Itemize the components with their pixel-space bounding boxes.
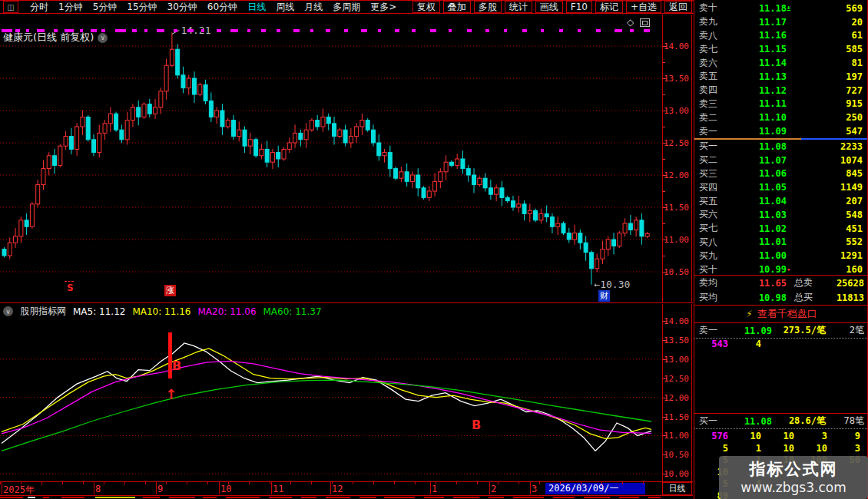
toolbar-period-2[interactable]: 1分钟 [58, 1, 83, 13]
toolbar-button-4[interactable]: 统计 [505, 1, 532, 13]
average-row-1: 卖均11.65总卖25628 [694, 276, 868, 290]
ob-volume: 569 [796, 3, 863, 14]
tick-value: 10 [795, 443, 827, 454]
qiandang-label: 查看千档盘口 [757, 307, 817, 321]
toolbar-period-4[interactable]: 15分钟 [127, 1, 157, 13]
indicator-chart[interactable]: B↑B [0, 319, 662, 482]
sell-level-6[interactable]: 卖六11.1481 [694, 56, 867, 70]
ma-line-ma10 [2, 349, 651, 439]
toolbar-button-8[interactable]: +自选 [626, 1, 661, 13]
layout-split-icon[interactable]: ◫ [3, 1, 18, 13]
ob-price: 11.11 [739, 98, 787, 109]
ob-price: 11.13 [739, 71, 787, 82]
ob-volume: 585 [796, 44, 863, 55]
sell-level-7[interactable]: 卖七11.15585 [694, 42, 867, 56]
ob-level-label: 买八 [699, 236, 739, 249]
toolbar-button-9[interactable]: 返回 [664, 1, 692, 13]
ob-price: 11.16 [739, 30, 787, 41]
ob-volume: 207 [796, 196, 863, 207]
sell-level-1[interactable]: 卖一11.09547 [694, 124, 867, 138]
sell-level-8[interactable]: 卖八11.1661 [694, 29, 867, 43]
up-arrow-mark: ↑ [165, 386, 177, 402]
tick-row-1: 576101039 [694, 431, 868, 443]
date-axis[interactable]: 2026/03/09/一 2025年89101112123 [0, 482, 662, 495]
tick-value: 576 [696, 431, 728, 441]
sell-level-10[interactable]: 卖十11.18±569 [694, 2, 867, 15]
indicator-name[interactable]: 股朋指标网 [20, 305, 66, 318]
ob-mark: ± [787, 5, 796, 12]
buy-level-7[interactable]: 买七11.02451 [694, 222, 867, 236]
diamond-icon[interactable]: ◇ [627, 17, 634, 28]
signal-mark [449, 29, 452, 32]
axis-label: 13.50 [664, 74, 689, 84]
signal-mark [522, 29, 527, 32]
sell-level-5[interactable]: 卖五11.13197 [694, 70, 867, 84]
ob-volume: 451 [796, 223, 863, 234]
toolbar-period-5[interactable]: 30分钟 [167, 1, 197, 13]
detail-label: 卖一 [699, 324, 730, 337]
sell-level-4[interactable]: 卖四11.12727 [694, 84, 867, 97]
toolbar-period-11[interactable]: 更多> [370, 1, 396, 13]
selected-date: 2026/03/09/一 [545, 483, 645, 494]
ob-level-label: 卖三 [699, 97, 739, 111]
indicator-dropdown-icon[interactable]: ∨ [3, 306, 13, 316]
ob-level-label: 买九 [699, 250, 739, 263]
signal-mark [644, 29, 650, 32]
ob-level-label: 卖六 [699, 57, 739, 70]
signal-mark [344, 29, 348, 32]
sell-level-3[interactable]: 卖三11.11915 [694, 97, 867, 111]
period-indicator[interactable]: 日线 [662, 482, 692, 495]
detail-count: 78笔 [826, 415, 864, 428]
chart-title: 健康元(日线 前复权) ∨ [3, 31, 108, 45]
buy-level-2[interactable]: 买二11.071074 [694, 154, 867, 167]
signal-mark [395, 29, 399, 32]
top-toolbar: ◫ 分时1分钟5分钟15分钟30分钟60分钟日线周线月线多周期更多> 复权叠加多… [0, 0, 694, 14]
toolbar-button-7[interactable]: 标记 [595, 1, 623, 13]
tick-value: 10 [762, 443, 794, 454]
toolbar-period-7[interactable]: 日线 [247, 1, 266, 13]
toolbar-button-5[interactable]: 画线 [535, 1, 563, 13]
toolbar-button-1[interactable]: 复权 [412, 1, 440, 13]
sell-level-9[interactable]: 卖九11.1720 [694, 15, 867, 29]
ob-level-label: 卖一 [699, 125, 739, 138]
toolbar-period-8[interactable]: 周线 [276, 1, 294, 13]
order-book-panel: 卖十11.18±569卖九11.1720卖八11.1661卖七11.15585卖… [694, 0, 868, 499]
avg-label: 买均 [699, 291, 739, 304]
ob-price: 11.07 [739, 155, 787, 166]
ob-price: 11.01 [739, 236, 787, 247]
panel-divider[interactable] [0, 302, 693, 303]
toolbar-period-1[interactable]: 分时 [30, 1, 48, 13]
buy-level-9[interactable]: 买九11.001291 [694, 249, 867, 263]
buy-level-4[interactable]: 买四11.051149 [694, 180, 867, 194]
toolbar-period-10[interactable]: 多周期 [333, 1, 360, 13]
signal-mark [485, 29, 489, 32]
qiandang-button[interactable]: ⚡ 查看千档盘口 [694, 306, 868, 322]
ob-price: 11.08 [739, 141, 787, 152]
ob-level-label: 卖四 [699, 84, 739, 97]
ma-value-1: MA5: 11.12 [73, 306, 125, 317]
toolbar-period-9[interactable]: 月线 [304, 1, 323, 13]
sell-level-2[interactable]: 卖二11.10250 [694, 111, 867, 124]
buy-level-8[interactable]: 买八11.01552 [694, 236, 867, 250]
ob-level-label: 买四 [699, 181, 739, 194]
toolbar-button-3[interactable]: 多股 [474, 1, 502, 13]
buy-level-3[interactable]: 买三11.06845 [694, 167, 867, 181]
app-window: ◫ 分时1分钟5分钟15分钟30分钟60分钟日线周线月线多周期更多> 复权叠加多… [0, 0, 868, 499]
toolbar-period-3[interactable]: 5分钟 [93, 1, 118, 13]
signal-mark [541, 29, 544, 32]
buy-level-1[interactable]: 买一11.082233 [694, 140, 867, 154]
signal-mark [310, 29, 313, 32]
ob-level-label: 买五 [699, 195, 739, 208]
toolbar-period-6[interactable]: 60分钟 [207, 1, 237, 13]
buy-level-6[interactable]: 买六11.03548 [694, 208, 867, 222]
title-dropdown-icon[interactable]: ∨ [98, 33, 108, 43]
toolbar-button-2[interactable]: 叠加 [443, 1, 471, 13]
main-candle-chart[interactable]: 14.21←10.30 健康元(日线 前复权) ∨ ◇ S 涨 财 [0, 15, 662, 302]
ob-volume: 915 [796, 98, 863, 109]
tick-value: 10 [729, 431, 761, 441]
toolbar-button-6[interactable]: F10 [566, 1, 592, 13]
ob-volume: 250 [796, 112, 863, 123]
popup-window-icon[interactable] [640, 18, 650, 27]
tick-value: 1 [729, 443, 761, 454]
buy-level-5[interactable]: 买五11.04207 [694, 194, 867, 208]
